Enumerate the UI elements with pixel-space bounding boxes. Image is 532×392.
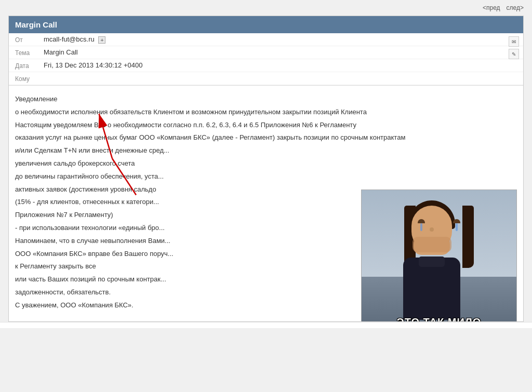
from-value: mcall-fut@bcs.ru +: [44, 35, 517, 44]
to-field-row: Кому: [9, 72, 523, 85]
body-line7b: Приложения №7 к Регламенту): [15, 210, 291, 221]
top-navigation: <пред след>: [0, 0, 532, 16]
email-container: Margin Call От mcall-fut@bcs.ru + Тема M…: [8, 16, 524, 322]
body-line2: о необходимости исполнения обязательств …: [15, 107, 517, 118]
from-field-row: От mcall-fut@bcs.ru +: [9, 33, 523, 46]
email-title-bar: Margin Call: [9, 16, 523, 33]
date-field-row: Дата Fri, 13 Dec 2013 14:30:12 +0400: [9, 59, 523, 72]
body-line6: до величины гарантийного обеспечения, ус…: [15, 171, 291, 182]
subject-field-row: Тема Margin Call: [9, 46, 523, 59]
subject-value: Margin Call: [44, 48, 517, 56]
body-line5: и/или Сделкам Т+N или внести денежные ср…: [15, 145, 291, 156]
body-line9c: к Регламенту закрыть все: [15, 261, 291, 272]
prev-link[interactable]: <пред: [483, 4, 500, 11]
body-line10: или часть Ваших позиций по срочным контр…: [15, 274, 291, 285]
add-contact-icon[interactable]: +: [98, 36, 105, 44]
email-fields: От mcall-fut@bcs.ru + Тема Margin Call Д…: [9, 33, 523, 86]
body-line4: оказания услуг на рынке ценных бумаг ООО…: [15, 132, 517, 143]
date-label: Дата: [15, 61, 44, 70]
reply-icon[interactable]: ✉: [509, 36, 519, 47]
to-label: Кому: [15, 74, 44, 83]
date-value: Fri, 13 Dec 2013 14:30:12 +0400: [44, 61, 517, 69]
subject-label: Тема: [15, 48, 44, 57]
body-line3: Настоящим уведомляем Вас о необходимости…: [15, 120, 517, 131]
email-title: Margin Call: [15, 20, 57, 29]
meme-caption: ЭТО ТАК МИЛО: [362, 314, 516, 321]
from-email: mcall-fut@bcs.ru: [44, 35, 95, 43]
bottom-spacer: [0, 322, 532, 328]
next-link[interactable]: след>: [507, 4, 524, 11]
body-line9: Напоминаем, что в случае невыполнения Ва…: [15, 236, 291, 247]
from-label: От: [15, 35, 44, 44]
meme-background: ЭТО ТАК МИЛО: [362, 190, 516, 321]
email-action-icons: ✉ ✎: [509, 36, 519, 59]
body-line5b: увеличения сальдо брокерского счета: [15, 158, 291, 169]
email-body: Уведомление о необходимости исполнения о…: [9, 86, 523, 321]
body-line9b: ООО «Компания БКС» вправе без Вашего пор…: [15, 249, 291, 260]
body-line7: (15% - для клиентов, отнесенных к катего…: [15, 197, 291, 208]
body-line8: - при использовании технологии «единый б…: [15, 223, 291, 234]
body-line6b: активных заявок (достижения уровня сальд…: [15, 184, 291, 195]
body-line1: Уведомление: [15, 94, 517, 105]
body-line10b: задолженности, обязательств.: [15, 287, 291, 298]
meme-image: ЭТО ТАК МИЛО: [361, 190, 517, 321]
forward-icon[interactable]: ✎: [509, 49, 519, 59]
